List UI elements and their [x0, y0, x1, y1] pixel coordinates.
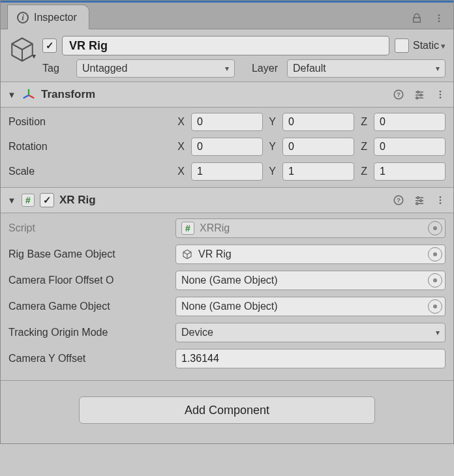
svg-point-23 [420, 200, 422, 201]
preset-icon[interactable] [413, 194, 426, 207]
script-value: XRRig [200, 222, 230, 234]
object-picker-icon[interactable] [428, 299, 442, 314]
kebab-menu-icon[interactable] [434, 88, 447, 101]
xrrig-body: Script # XRRig Rig Base Game Object [1, 213, 453, 375]
svg-point-12 [420, 94, 422, 96]
transform-title: Transform [41, 88, 95, 101]
scale-z-input[interactable]: 1 [374, 162, 446, 181]
rig-base-field[interactable]: VR Rig [175, 245, 446, 264]
add-component-area: Add Component [1, 380, 453, 443]
tab-strip: i Inspector [1, 1, 453, 29]
help-icon[interactable]: ? [392, 194, 405, 207]
gameobject-icon [181, 248, 193, 260]
layer-dropdown[interactable]: Default [287, 59, 446, 78]
axis-z-label: Z [358, 116, 370, 128]
svg-text:?: ? [397, 91, 401, 98]
help-icon[interactable]: ? [392, 88, 405, 101]
rotation-y-input[interactable]: 0 [282, 138, 354, 156]
lock-icon[interactable] [410, 12, 423, 25]
camera-obj-field[interactable]: None (Game Object) [175, 297, 446, 316]
tracking-mode-dropdown[interactable]: Device [175, 323, 446, 342]
position-x-input[interactable]: 0 [191, 113, 263, 131]
gameobject-icon[interactable] [8, 36, 36, 63]
script-icon: # [22, 194, 35, 207]
xrrig-title: XR Rig [59, 194, 96, 207]
layer-value: Default [293, 63, 326, 74]
scale-y-input[interactable]: 1 [282, 162, 354, 181]
rotation-label: Rotation [8, 141, 172, 153]
gameobject-enable-checkbox[interactable] [42, 38, 57, 53]
svg-point-2 [438, 20, 440, 22]
camera-obj-value: None (Game Object) [181, 301, 278, 312]
svg-point-16 [440, 97, 442, 98]
svg-text:?: ? [397, 196, 401, 203]
script-label: Script [8, 222, 172, 234]
cam-y-offset-input[interactable]: 1.36144 [175, 349, 446, 368]
tracking-mode-value: Device [181, 327, 213, 338]
svg-point-0 [438, 14, 440, 16]
svg-point-13 [416, 97, 418, 99]
floor-offset-value: None (Game Object) [181, 275, 278, 286]
axis-y-label: Y [267, 116, 279, 128]
kebab-menu-icon[interactable] [434, 194, 447, 207]
layer-label: Layer [241, 63, 280, 74]
add-component-button[interactable]: Add Component [79, 396, 375, 424]
camera-obj-label: Camera Game Object [8, 301, 172, 312]
object-picker-icon[interactable] [428, 273, 442, 288]
gameobject-header: ▾ VR Rig Static Tag Untagged Layer [1, 29, 453, 82]
tag-value: Untagged [82, 63, 127, 74]
foldout-arrow-icon[interactable]: ▼ [7, 196, 16, 205]
floor-offset-label: Camera Floor Offset O [8, 275, 172, 286]
rotation-x-input[interactable]: 0 [191, 138, 263, 156]
tab-title: Inspector [34, 12, 77, 23]
inspector-tab[interactable]: i Inspector [7, 5, 89, 29]
svg-point-24 [416, 203, 418, 205]
xrrig-enable-checkbox[interactable] [40, 193, 54, 207]
scale-x-input[interactable]: 1 [191, 162, 263, 181]
svg-point-1 [438, 18, 440, 20]
info-icon: i [17, 12, 29, 23]
position-z-input[interactable]: 0 [374, 113, 446, 131]
static-dropdown[interactable]: Static [413, 40, 446, 52]
axis-x-label: X [175, 116, 187, 128]
tag-label: Tag [42, 63, 70, 74]
transform-icon [22, 87, 36, 102]
script-field: # XRRig [175, 218, 446, 238]
scale-label: Scale [8, 166, 172, 177]
rotation-z-input[interactable]: 0 [374, 138, 446, 156]
rig-base-label: Rig Base Game Object [8, 248, 172, 260]
preset-icon[interactable] [413, 88, 426, 101]
xrrig-component-header[interactable]: ▼ # XR Rig ? [1, 187, 453, 213]
svg-point-27 [440, 202, 442, 204]
svg-point-14 [440, 91, 442, 93]
transform-body: Position X0 Y0 Z0 Rotation X0 Y0 Z0 Scal… [1, 108, 453, 187]
script-icon: # [181, 222, 194, 235]
static-checkbox[interactable] [395, 38, 409, 53]
floor-offset-field[interactable]: None (Game Object) [175, 271, 446, 290]
transform-component-header[interactable]: ▼ Transform ? [1, 82, 453, 108]
object-picker-icon[interactable] [428, 247, 442, 261]
svg-point-25 [440, 196, 442, 198]
cam-y-offset-label: Camera Y Offset [8, 353, 172, 364]
svg-point-15 [440, 94, 442, 96]
svg-point-26 [440, 200, 442, 201]
foldout-arrow-icon[interactable]: ▼ [7, 90, 16, 100]
rig-base-value: VR Rig [198, 248, 232, 260]
gameobject-name-input[interactable]: VR Rig [62, 36, 389, 55]
kebab-menu-icon[interactable] [432, 12, 446, 25]
tag-dropdown[interactable]: Untagged [76, 59, 235, 78]
position-label: Position [8, 116, 172, 128]
tracking-mode-label: Tracking Origin Mode [8, 327, 172, 338]
position-y-input[interactable]: 0 [282, 113, 354, 131]
svg-line-4 [29, 95, 34, 98]
svg-line-5 [23, 95, 29, 98]
svg-point-11 [417, 91, 419, 93]
svg-point-22 [417, 197, 419, 199]
object-picker-icon[interactable] [428, 221, 442, 235]
